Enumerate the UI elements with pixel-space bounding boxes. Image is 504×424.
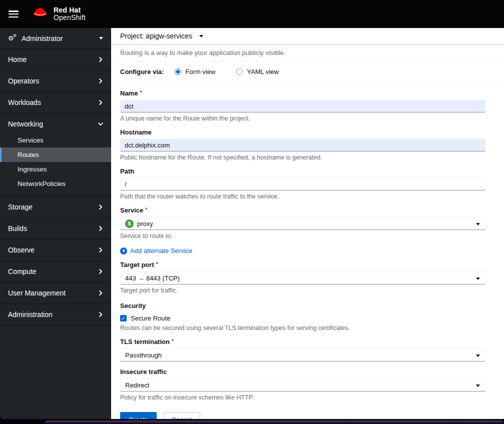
cancel-button[interactable]: Cancel	[164, 412, 200, 419]
hamburger-menu-icon[interactable]	[9, 10, 19, 18]
insecure-traffic-field-group: Insecure traffic Redirect Policy for tra…	[120, 368, 495, 401]
sidebar-item-observe[interactable]: Observe	[0, 240, 111, 261]
chevron-down-icon	[199, 35, 203, 38]
security-helper: Routes can be secured using several TLS …	[120, 324, 495, 332]
required-indicator: *	[140, 90, 142, 96]
hostname-label: Hostname	[120, 128, 495, 136]
form-view-radio[interactable]: Form view	[175, 68, 215, 76]
target-port-select-value: 443 → 8443 (TCP)	[125, 274, 180, 282]
target-port-select[interactable]: 443 → 8443 (TCP)	[120, 272, 485, 284]
service-helper: Service to route to.	[120, 232, 495, 240]
chevron-right-icon	[98, 248, 103, 252]
chevron-right-icon	[98, 57, 103, 62]
openshift-console-window: Red Hat OpenShift ⚙⚙ Administrator Home	[0, 0, 504, 419]
sidebar-item-label: Operators	[8, 77, 39, 85]
sidebar-item-administration[interactable]: Administration	[0, 304, 111, 326]
sidebar-item-workloads[interactable]: Workloads	[0, 92, 111, 114]
sidebar-item-routes[interactable]: Routes	[0, 148, 111, 162]
path-input[interactable]	[120, 178, 485, 190]
sidebar-item-compute[interactable]: Compute	[0, 261, 111, 282]
masthead: Red Hat OpenShift	[0, 0, 504, 28]
hostname-helper: Public hostname for the Route. If not sp…	[120, 154, 495, 161]
chevron-right-icon	[98, 226, 103, 231]
brand-line2: OpenShift	[54, 14, 86, 22]
background-window-edge	[44, 420, 504, 424]
chevron-down-icon	[476, 278, 480, 280]
tls-termination-field-group: TLS termination * Passthrough	[120, 338, 495, 362]
sidebar-item-builds[interactable]: Builds	[0, 218, 111, 240]
sidebar-item-label: Networking	[8, 120, 43, 128]
sidebar-item-label: Builds	[8, 224, 27, 232]
main-content: Project: apigw-services Routing is a way…	[111, 28, 504, 419]
tls-termination-select-value: Passthrough	[125, 352, 162, 359]
sidebar-item-home[interactable]: Home	[0, 49, 111, 70]
chevron-down-icon	[476, 223, 480, 226]
service-select[interactable]: S proxy	[120, 217, 485, 230]
yaml-view-radio[interactable]: YAML view	[236, 68, 279, 76]
chevron-down-icon	[99, 37, 103, 40]
yaml-view-radio-label: YAML view	[247, 68, 279, 76]
sidebar-nav: Home Operators Workloads Networking Serv…	[0, 49, 111, 326]
project-selector[interactable]: Project: apigw-services	[111, 28, 504, 44]
hostname-input[interactable]	[120, 139, 485, 152]
page-description: Routing is a way to make your applicatio…	[111, 44, 504, 62]
target-port-helper: Target port for traffic.	[120, 287, 495, 294]
chevron-right-icon	[98, 312, 103, 317]
redhat-fedora-icon	[32, 7, 49, 21]
security-section: Security ✓ Secure Route Routes can be se…	[120, 302, 495, 332]
name-helper: A unique name for the Route within the p…	[120, 115, 495, 122]
sidebar: ⚙⚙ Administrator Home Operators Workload…	[0, 28, 111, 419]
sidebar-item-label: Storage	[8, 203, 33, 211]
perspective-label: Administrator	[22, 34, 99, 42]
perspective-switcher[interactable]: ⚙⚙ Administrator	[0, 28, 111, 49]
sidebar-item-storage[interactable]: Storage	[0, 196, 111, 218]
chevron-right-icon	[98, 78, 103, 84]
name-input[interactable]	[120, 100, 485, 112]
hostname-field-group: Hostname Public hostname for the Route. …	[120, 128, 495, 161]
sidebar-item-label: Administration	[8, 310, 53, 318]
add-alternate-service-link[interactable]: + Add alternate Service	[120, 247, 192, 254]
chevron-down-icon	[98, 122, 103, 126]
insecure-traffic-helper: Policy for traffic on insecure schemes l…	[120, 394, 495, 401]
sidebar-item-networking[interactable]: Networking	[0, 114, 111, 133]
brand-line1: Red Hat	[54, 6, 86, 14]
target-port-label: Target port *	[120, 261, 495, 268]
service-select-value: proxy	[137, 220, 153, 228]
checkbox-checked-icon[interactable]: ✓	[120, 315, 127, 322]
target-port-field-group: Target port * 443 → 8443 (TCP) Target po…	[120, 261, 495, 294]
form-view-radio-label: Form view	[185, 68, 215, 76]
sidebar-item-label: Compute	[8, 268, 37, 276]
tls-termination-select[interactable]: Passthrough	[120, 348, 485, 362]
sidebar-item-label: User Management	[8, 289, 66, 297]
sidebar-item-label: Workloads	[8, 98, 41, 106]
radio-unselected-icon	[236, 68, 243, 75]
form-actions: Create Cancel	[120, 412, 495, 419]
security-label: Security	[120, 302, 495, 310]
chevron-right-icon	[98, 269, 103, 274]
required-indicator: *	[172, 338, 174, 344]
tls-termination-label: TLS termination *	[120, 338, 495, 346]
plus-circle-icon: +	[120, 248, 127, 254]
configure-via-row: Configure via: Form view YAML view	[111, 62, 504, 82]
path-field-group: Path Path that the router watches to rou…	[120, 168, 495, 200]
redhat-openshift-logo: Red Hat OpenShift	[32, 6, 86, 22]
chevron-right-icon	[98, 290, 103, 296]
insecure-traffic-select[interactable]: Redirect	[120, 378, 485, 392]
radio-selected-icon	[175, 68, 181, 75]
create-button[interactable]: Create	[120, 412, 157, 419]
chevron-down-icon	[476, 354, 480, 357]
service-label: Service *	[120, 206, 495, 214]
service-badge-icon: S	[125, 220, 134, 228]
chevron-right-icon	[98, 204, 103, 210]
sidebar-item-ingresses[interactable]: Ingresses	[0, 162, 111, 176]
add-alternate-service-label: Add alternate Service	[130, 247, 192, 254]
sidebar-item-label: Home	[8, 56, 27, 64]
cogs-icon: ⚙⚙	[8, 34, 17, 42]
path-label: Path	[120, 168, 495, 175]
sidebar-item-operators[interactable]: Operators	[0, 70, 111, 92]
secure-route-checkbox-row[interactable]: ✓ Secure Route	[120, 314, 495, 322]
sidebar-item-networkpolicies[interactable]: NetworkPolicies	[0, 176, 111, 191]
sidebar-item-user-management[interactable]: User Management	[0, 282, 111, 304]
sidebar-item-services[interactable]: Services	[0, 133, 111, 148]
path-helper: Path that the router watches to route tr…	[120, 193, 495, 200]
